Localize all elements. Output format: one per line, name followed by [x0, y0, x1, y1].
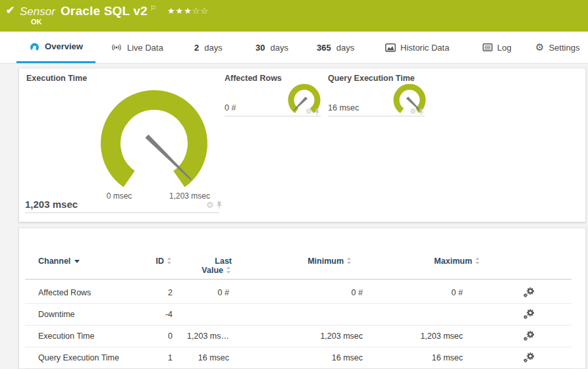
tab-365-days[interactable]: 365 days — [317, 32, 354, 63]
tab-365-days-label: days — [336, 43, 354, 53]
gauge-settings-gear-icon[interactable]: ⚙ — [206, 201, 214, 209]
stars-filled[interactable]: ★★★ — [167, 6, 192, 16]
tab-log[interactable]: Log — [483, 32, 512, 63]
page-title: Oracle SQL v2 — [61, 4, 147, 18]
live-broadcast-icon — [111, 43, 122, 51]
sort-caret-down-icon — [74, 260, 80, 263]
tab-settings-label: Settings — [548, 43, 579, 53]
pin-icon[interactable] — [216, 201, 223, 209]
sort-arrows-icon — [346, 257, 352, 265]
channel-name[interactable]: Execution Time — [38, 326, 94, 347]
channel-settings-gears-icon[interactable] — [523, 309, 535, 320]
gauge-affected-rows-title: Affected Rows — [225, 74, 282, 83]
gauge-block-divider — [225, 116, 321, 116]
sort-arrows-icon — [475, 257, 481, 265]
gauge-execution-time-title: Execution Time — [26, 74, 87, 83]
channel-name[interactable]: Downtime — [38, 304, 75, 326]
column-header-last-value[interactable]: Last Value — [184, 257, 232, 275]
column-header-minimum-label: Minimum — [307, 257, 344, 266]
tab-2-days-number: 2 — [194, 43, 199, 53]
channel-settings-gears-icon[interactable] — [523, 287, 535, 298]
channel-maximum: 1,203 msec — [387, 326, 463, 347]
tab-2-days[interactable]: 2 days — [194, 32, 223, 63]
tab-historic-data[interactable]: Historic Data — [385, 32, 449, 63]
tab-30-days[interactable]: 30 days — [255, 32, 288, 63]
sort-arrows-icon — [226, 266, 232, 274]
stars-empty[interactable]: ☆☆ — [192, 6, 209, 16]
table-header-divider — [25, 279, 572, 280]
channel-maximum: 16 msec — [387, 347, 463, 369]
tab-2-days-label: days — [204, 43, 222, 53]
gauge-block-divider — [25, 212, 219, 213]
gauge-settings-gear-icon[interactable]: ⚙ — [410, 108, 416, 115]
gauge-scale-max-label: 1,203 msec — [166, 191, 213, 201]
execution-time-gauge — [92, 82, 217, 201]
channel-name[interactable]: Query Execution Time — [38, 347, 119, 369]
affected-rows-current-value: 0 # — [225, 103, 236, 112]
tab-365-days-number: 365 — [317, 43, 331, 53]
historic-chart-icon — [385, 43, 396, 52]
channel-settings-gears-icon[interactable] — [523, 353, 535, 363]
gauge-settings-gear-icon[interactable]: ⚙ — [306, 108, 312, 115]
channel-name[interactable]: Affected Rows — [38, 282, 91, 304]
object-kind-label: Sensor — [20, 5, 55, 18]
column-header-id-label: ID — [156, 257, 165, 266]
gauge-icon — [29, 41, 40, 51]
tab-historic-data-label: Historic Data — [400, 43, 449, 53]
sensor-overview-page: ✔ Sensor Oracle SQL v2 ⚐ ★★★☆☆ OK Overvi… — [0, 0, 588, 369]
execution-time-current-value: 1,203 msec — [25, 199, 78, 210]
channel-last-value: 0 # — [163, 282, 229, 304]
tab-30-days-number: 30 — [255, 43, 265, 53]
status-ok-check-icon: ✔ — [6, 4, 14, 16]
status-badge: OK — [31, 18, 42, 26]
settings-gear-icon: ⚙ — [535, 41, 544, 53]
channel-id: -4 — [124, 304, 173, 326]
tab-live-data[interactable]: Live Data — [111, 32, 163, 63]
column-header-channel-label: Channel — [38, 257, 70, 266]
tab-30-days-label: days — [270, 43, 288, 53]
gauge-scale-min-label: 0 msec — [102, 191, 136, 201]
tab-settings[interactable]: ⚙ Settings — [535, 32, 579, 63]
tab-live-data-label: Live Data — [127, 43, 163, 53]
column-header-minimum[interactable]: Minimum — [290, 257, 352, 266]
sensor-titlebar: ✔ Sensor Oracle SQL v2 ⚐ ★★★☆☆ OK — [0, 0, 588, 32]
channel-minimum: 1,203 msec — [288, 326, 363, 347]
channel-minimum: 0 # — [288, 282, 363, 304]
channel-maximum: 0 # — [387, 282, 463, 304]
column-header-maximum[interactable]: Maximum — [415, 257, 481, 266]
pin-icon[interactable] — [314, 109, 320, 116]
column-header-last-label: Last — [184, 257, 232, 266]
priority-stars[interactable]: ★★★☆☆ — [167, 6, 209, 16]
pin-icon[interactable] — [418, 109, 424, 116]
channel-last-value: 1,203 ms… — [163, 326, 229, 347]
tab-log-label: Log — [497, 43, 512, 53]
table-row-affected-rows[interactable]: Affected Rows 2 0 # 0 # 0 # — [25, 282, 572, 304]
tab-overview-label: Overview — [45, 41, 83, 51]
column-header-id[interactable]: ID — [112, 257, 173, 266]
table-row-downtime[interactable]: Downtime -4 — [25, 304, 572, 326]
column-header-maximum-label: Maximum — [434, 257, 472, 266]
tab-bar: Overview Live Data 2 days 30 days 365 — [0, 32, 588, 64]
column-header-channel[interactable]: Channel — [38, 257, 80, 266]
flag-icon[interactable]: ⚐ — [150, 4, 157, 12]
query-execution-time-current-value: 16 msec — [328, 103, 359, 112]
channel-settings-gears-icon[interactable] — [523, 331, 535, 341]
table-row-execution-time[interactable]: Execution Time 0 1,203 ms… 1,203 msec 1,… — [25, 326, 572, 347]
channel-last-value: 16 msec — [163, 347, 229, 369]
column-header-value-label: Value — [201, 266, 223, 275]
sort-arrows-icon — [167, 257, 173, 265]
channel-minimum: 16 msec — [288, 347, 363, 369]
gauge-block-divider — [328, 116, 425, 116]
tab-overview[interactable]: Overview — [16, 32, 95, 63]
sensor-title-row: Sensor Oracle SQL v2 ⚐ ★★★☆☆ — [20, 4, 209, 18]
table-row-query-execution-time[interactable]: Query Execution Time 1 16 msec 16 msec 1… — [25, 347, 572, 369]
log-list-icon — [483, 43, 493, 51]
